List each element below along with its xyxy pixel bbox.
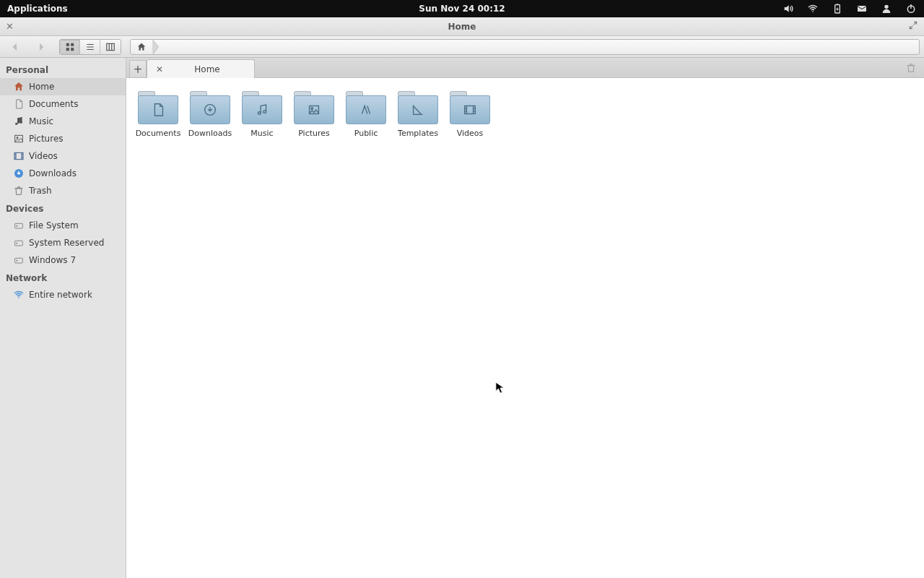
svg-point-34 [17,260,17,261]
sidebar-item-label: File System [29,220,79,230]
svg-point-37 [258,112,261,115]
folder-templates[interactable]: Templates [392,90,444,138]
view-mode-switcher [59,39,121,55]
svg-point-20 [17,137,18,139]
sidebar-item-music[interactable]: Music [0,113,126,130]
sidebar-item-network[interactable]: Entire network [0,286,126,303]
window-titlebar: ✕ Home [0,17,924,36]
battery-icon[interactable] [832,3,843,14]
svg-point-0 [812,11,814,12]
sidebar-item-videos[interactable]: Videos [0,147,126,165]
sidebar-item-windows7[interactable]: Windows 7 [0,251,126,269]
sidebar-item-documents[interactable]: Documents [0,95,126,113]
sidebar-item-label: Pictures [29,134,64,144]
folder-label: Public [354,129,378,138]
svg-point-38 [263,111,266,113]
folder-public[interactable]: Public [340,90,392,138]
svg-point-32 [17,243,17,243]
svg-point-35 [18,297,19,298]
mail-icon[interactable] [856,3,868,14]
svg-rect-14 [107,43,115,50]
system-tray [783,3,917,14]
folder-label: Music [250,129,273,138]
folder-documents[interactable]: Documents [132,90,184,138]
tab-strip: + ✕ Home [126,58,924,78]
sidebar-item-home[interactable]: Home [0,78,126,95]
path-bar[interactable] [130,39,920,55]
folder-label: Downloads [188,129,232,138]
window-close-button[interactable]: ✕ [6,21,14,32]
window-maximize-button[interactable] [908,20,918,33]
svg-rect-10 [71,48,74,51]
svg-point-18 [20,121,22,124]
sidebar-item-label: Videos [29,151,58,161]
power-icon[interactable] [905,3,917,14]
path-segment-home[interactable] [131,40,152,54]
back-button[interactable] [4,39,26,55]
tab-title: Home [169,64,245,74]
sidebar-item-label: Entire network [29,290,92,300]
applications-menu[interactable]: Applications [7,4,68,14]
svg-point-30 [17,225,17,226]
icon-view-button[interactable] [60,40,80,54]
tab-home[interactable]: ✕ Home [147,59,255,78]
svg-point-4 [884,5,888,9]
mouse-cursor-icon [495,381,505,397]
folder-label: Pictures [298,129,330,138]
sidebar-item-label: Home [29,82,54,92]
main-pane: + ✕ Home Documents Downloads Music Pictu… [126,58,924,578]
sidebar-item-label: Documents [29,99,78,109]
sidebar-item-label: Music [29,116,53,126]
user-icon[interactable] [881,3,892,14]
folder-label: Templates [398,129,438,138]
sidebar-heading-personal: Personal [0,61,126,78]
svg-point-17 [15,123,17,125]
svg-rect-8 [71,43,74,46]
svg-rect-2 [837,4,839,4]
list-view-button[interactable] [80,40,100,54]
sidebar-item-downloads[interactable]: Downloads [0,165,126,182]
sidebar-item-system-reserved[interactable]: System Reserved [0,234,126,251]
content-area: Personal Home Documents Music Pictures V… [0,58,924,578]
folder-downloads[interactable]: Downloads [184,90,236,138]
sidebar-item-label: System Reserved [29,238,104,248]
new-tab-button[interactable]: + [129,60,147,77]
folder-label: Videos [457,129,484,138]
icon-view[interactable]: Documents Downloads Music Pictures Publi… [126,78,924,578]
toolbar [0,36,924,58]
volume-icon[interactable] [783,3,794,14]
folder-videos[interactable]: Videos [444,90,496,138]
sidebar-item-label: Downloads [29,168,77,178]
folder-pictures[interactable]: Pictures [288,90,340,138]
top-panel: Applications Sun Nov 24 00:12 [0,0,924,17]
sidebar: Personal Home Documents Music Pictures V… [0,58,126,578]
svg-rect-9 [66,48,69,51]
clock[interactable]: Sun Nov 24 00:12 [419,4,505,14]
wifi-icon[interactable] [807,3,819,14]
sidebar-item-trash[interactable]: Trash [0,182,126,199]
svg-point-40 [311,108,313,110]
sidebar-heading-devices: Devices [0,199,126,217]
sidebar-item-label: Trash [29,186,52,196]
svg-rect-7 [66,43,69,46]
folder-label: Documents [136,129,181,138]
svg-rect-3 [858,6,866,12]
window-title: Home [448,22,476,32]
trash-icon[interactable] [905,62,917,77]
forward-button[interactable] [30,39,52,55]
sidebar-item-pictures[interactable]: Pictures [0,130,126,147]
column-view-button[interactable] [100,40,121,54]
tab-close-button[interactable]: ✕ [156,64,163,74]
sidebar-item-label: Windows 7 [29,255,76,265]
folder-music[interactable]: Music [236,90,288,138]
sidebar-heading-network: Network [0,269,126,286]
sidebar-item-filesystem[interactable]: File System [0,217,126,234]
